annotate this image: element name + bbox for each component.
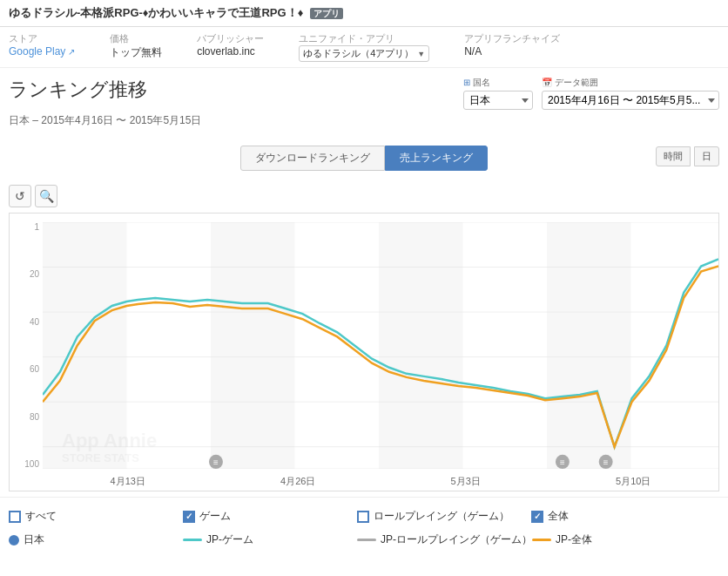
legend-jp-rpg: JP-ロールプレイング（ゲーム） xyxy=(357,530,532,550)
legend-row-1: すべて ✓ ゲーム ロールプレイング（ゲーム） ✓ 全体 xyxy=(9,506,719,526)
store-label: ストア xyxy=(9,32,75,45)
legend-all-total-label: 全体 xyxy=(548,509,569,524)
publisher-value: cloverlab.inc xyxy=(197,45,255,58)
date-subtitle: 日本 – 2015年4月16日 〜 2015年5月15日 xyxy=(9,113,719,135)
app-title: ゆるドラシル-本格派RPG-♦かわいいキャラで王道RPG！♦ アプリ xyxy=(9,6,343,19)
meta-publisher: パブリッシャー cloverlab.inc xyxy=(197,32,264,58)
time-hour-button[interactable]: 時間 xyxy=(656,146,691,166)
legend-rpg-checkbox[interactable] xyxy=(357,511,369,523)
publisher-label: パブリッシャー xyxy=(197,32,264,45)
chart-toolbar: ↺ 🔍 xyxy=(0,185,728,207)
ranking-title: ランキング推移 xyxy=(9,77,147,103)
meta-price: 価格 トップ無料 xyxy=(110,32,162,60)
legend-japan-label: 日本 xyxy=(24,532,44,547)
y-label-60: 60 xyxy=(30,364,39,374)
ranking-section: ランキング推移 ⊞ 国名 日本 📅 データ範囲 2015年4月16日 〜 201… xyxy=(0,68,728,135)
svg-text:≡: ≡ xyxy=(560,457,565,467)
legend-jp-total: JP-全体 xyxy=(532,530,706,550)
chart-svg: ≡ ≡ ≡ xyxy=(43,222,718,469)
x-label-2: 4月26日 xyxy=(280,475,315,488)
svg-rect-0 xyxy=(43,222,127,469)
legend-jp-total-line xyxy=(532,539,551,541)
legend-row-2: 日本 JP-ゲーム JP-ロールプレイング（ゲーム） JP-全体 xyxy=(9,530,719,550)
svg-rect-3 xyxy=(295,222,380,469)
svg-rect-5 xyxy=(463,222,548,469)
legend-game: ✓ ゲーム xyxy=(183,506,357,526)
date-filter: 📅 データ範囲 2015年4月16日 〜 2015年5月5... xyxy=(542,77,719,110)
time-day-button[interactable]: 日 xyxy=(694,146,719,166)
legend-jp-game-line xyxy=(183,539,202,541)
ranking-header: ランキング推移 ⊞ 国名 日本 📅 データ範囲 2015年4月16日 〜 201… xyxy=(9,77,719,110)
price-label: 価格 xyxy=(110,32,162,45)
ranking-tabs: ダウンロードランキング 売上ランキング xyxy=(240,146,488,171)
store-link[interactable]: Google Play xyxy=(9,45,75,58)
legend-all-label: すべて xyxy=(25,509,57,524)
y-label-80: 80 xyxy=(30,412,39,422)
y-label-40: 40 xyxy=(30,317,39,327)
legend-jp-rpg-label: JP-ロールプレイング（ゲーム） xyxy=(381,532,532,547)
meta-unified: ユニファイド・アプリ ゆるドラシル（4アプリ） xyxy=(299,32,429,62)
y-label-1: 1 xyxy=(34,222,39,232)
price-value: トップ無料 xyxy=(110,46,162,58)
legend-all-total: ✓ 全体 xyxy=(531,506,705,526)
x-label-4: 5月10日 xyxy=(616,475,650,488)
svg-text:≡: ≡ xyxy=(213,457,219,467)
zoom-icon[interactable]: 🔍 xyxy=(35,185,57,207)
x-label-3: 5月3日 xyxy=(451,475,481,488)
date-label: 📅 データ範囲 xyxy=(542,77,719,89)
country-label: ⊞ 国名 xyxy=(463,77,533,89)
app-title-bar: ゆるドラシル-本格派RPG-♦かわいいキャラで王道RPG！♦ アプリ xyxy=(0,0,728,27)
reset-icon[interactable]: ↺ xyxy=(9,185,31,207)
meta-franchise: アプリフランチャイズ N/A xyxy=(464,32,560,58)
franchise-label: アプリフランチャイズ xyxy=(464,32,560,45)
meta-row: ストア Google Play 価格 トップ無料 パブリッシャー cloverl… xyxy=(0,27,728,68)
legend-japan: 日本 xyxy=(9,530,183,550)
legend-game-label: ゲーム xyxy=(199,509,231,524)
svg-text:≡: ≡ xyxy=(603,457,609,467)
legend-jp-game-label: JP-ゲーム xyxy=(206,532,253,547)
legend-rpg-label: ロールプレイング（ゲーム） xyxy=(374,509,509,524)
svg-rect-1 xyxy=(127,222,212,469)
chart-area: 1 20 40 60 80 100 App Annie STORE STATS xyxy=(9,213,719,491)
legend-all: すべて xyxy=(9,506,183,526)
franchise-value: N/A xyxy=(464,45,482,58)
legend-japan-dot xyxy=(9,535,19,546)
meta-store: ストア Google Play xyxy=(9,32,75,58)
legend-all-checkbox[interactable] xyxy=(9,511,21,523)
y-label-20: 20 xyxy=(30,269,39,279)
legend-jp-rpg-line xyxy=(357,539,376,541)
time-controls: 時間 日 xyxy=(656,146,719,166)
filters: ⊞ 国名 日本 📅 データ範囲 2015年4月16日 〜 2015年5月5... xyxy=(463,77,719,110)
legend-section: すべて ✓ ゲーム ロールプレイング（ゲーム） ✓ 全体 日本 xyxy=(0,497,728,550)
app-badge: アプリ xyxy=(310,8,343,19)
country-select[interactable]: 日本 xyxy=(463,91,533,110)
legend-game-checkbox[interactable]: ✓ xyxy=(183,511,195,523)
tab-sales[interactable]: 売上ランキング xyxy=(385,146,488,171)
svg-rect-4 xyxy=(379,222,463,469)
svg-rect-2 xyxy=(211,222,295,469)
legend-all-total-checkbox[interactable]: ✓ xyxy=(531,511,543,523)
y-label-100: 100 xyxy=(24,459,39,469)
svg-rect-7 xyxy=(631,222,718,469)
legend-jp-total-label: JP-全体 xyxy=(556,532,592,547)
country-filter: ⊞ 国名 日本 xyxy=(463,77,533,110)
unified-dropdown[interactable]: ゆるドラシル（4アプリ） xyxy=(299,45,429,62)
tab-download[interactable]: ダウンロードランキング xyxy=(240,146,385,171)
unified-label: ユニファイド・アプリ xyxy=(299,32,429,45)
svg-rect-6 xyxy=(547,222,631,469)
x-label-1: 4月13日 xyxy=(111,475,145,488)
legend-rpg: ロールプレイング（ゲーム） xyxy=(357,506,531,526)
date-select[interactable]: 2015年4月16日 〜 2015年5月5... xyxy=(542,91,719,110)
legend-jp-game: JP-ゲーム xyxy=(183,530,357,550)
